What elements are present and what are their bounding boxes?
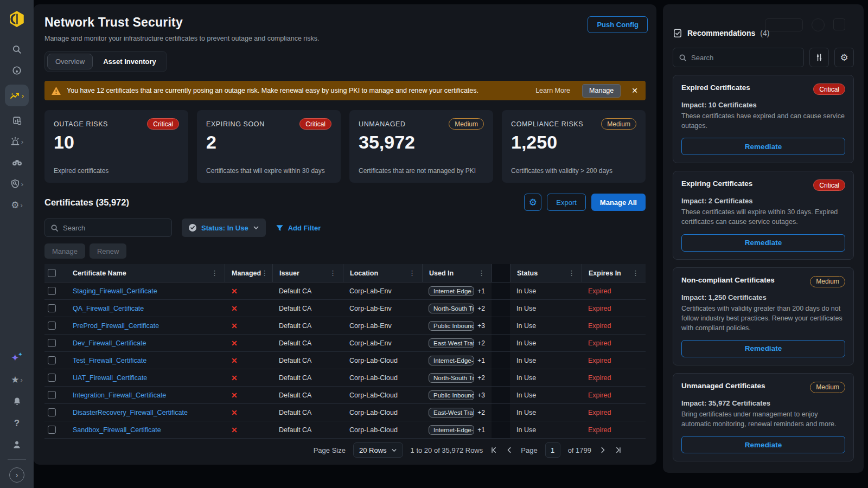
used-in-chip[interactable]: Internet-Edge-TLS xyxy=(429,286,474,296)
brand-logo-icon[interactable] xyxy=(8,10,26,28)
issuer-cell: Default CA xyxy=(272,426,343,434)
certificate-name-link[interactable]: DisasterRecovery_Firewall_Certificate xyxy=(73,409,188,416)
stat-description: Certificates that are not managed by PKI xyxy=(359,167,484,175)
row-checkbox[interactable] xyxy=(48,322,56,330)
column-menu-icon[interactable]: ⋮ xyxy=(329,269,336,277)
page-number-input[interactable] xyxy=(545,442,560,458)
used-in-more-count[interactable]: +2 xyxy=(477,305,485,312)
issuer-cell: Default CA xyxy=(272,374,343,382)
sidebar-item-profile[interactable] xyxy=(5,438,29,452)
used-in-more-count[interactable]: +1 xyxy=(477,426,485,434)
location-cell: Corp-Lab-Cloud xyxy=(343,426,422,434)
used-in-chip[interactable]: Internet-Edge-TLS xyxy=(429,425,474,435)
recommendation-title: Non-compliant Certificates xyxy=(681,276,775,284)
manage-all-button[interactable]: Manage All xyxy=(591,194,646,211)
column-menu-icon[interactable]: ⋮ xyxy=(478,269,485,277)
used-in-chip[interactable]: North-South Traf... xyxy=(429,304,474,313)
first-page-icon[interactable] xyxy=(490,446,498,454)
row-checkbox[interactable] xyxy=(48,304,56,312)
outage-risk-banner: You have 12 certificates that are curren… xyxy=(44,81,646,100)
used-in-chip[interactable]: East-West Traffic... xyxy=(429,338,474,348)
remediate-button[interactable]: Remediate xyxy=(681,138,845,155)
certificate-name-link[interactable]: UAT_Firewall_Certificate xyxy=(73,374,147,382)
used-in-chip[interactable]: East-West Traffic... xyxy=(429,408,474,418)
certificate-name-link[interactable]: Staging_Firewall_Certificate xyxy=(73,287,157,295)
column-menu-icon[interactable]: ⋮ xyxy=(632,269,639,277)
remediate-button[interactable]: Remediate xyxy=(681,436,845,453)
column-menu-icon[interactable]: ⋮ xyxy=(261,269,268,277)
sidebar-item-certificates-active[interactable]: › xyxy=(5,85,29,106)
used-in-chip[interactable]: Internet-Edge-TLS xyxy=(429,356,474,365)
sidebar-item-scan[interactable]: › xyxy=(5,177,29,191)
sidebar-item-search[interactable] xyxy=(5,42,29,56)
add-filter-button[interactable]: Add Filter xyxy=(276,224,321,232)
used-in-chip[interactable]: Public Inbound W... xyxy=(429,321,474,331)
recommendations-settings-button[interactable]: ⚙ xyxy=(834,48,854,67)
banner-manage-button[interactable]: Manage xyxy=(582,84,621,98)
certificate-name-link[interactable]: PreProd_Firewall_Certificate xyxy=(73,322,159,330)
row-checkbox[interactable] xyxy=(48,374,56,382)
recommendation-description: Bring certificates under management to e… xyxy=(681,409,845,429)
certificate-name-link[interactable]: Test_Firewall_Certificate xyxy=(73,357,146,364)
row-checkbox[interactable] xyxy=(48,408,56,416)
used-in-more-count[interactable]: +1 xyxy=(477,357,485,364)
column-menu-icon[interactable]: ⋮ xyxy=(211,269,218,277)
export-button[interactable]: Export xyxy=(547,194,586,211)
sidebar-item-discovery[interactable] xyxy=(5,156,29,170)
search-icon xyxy=(679,54,687,62)
learn-more-link[interactable]: Learn More xyxy=(535,87,570,94)
used-in-more-count[interactable]: +1 xyxy=(477,287,485,295)
used-in-more-count[interactable]: +2 xyxy=(477,409,485,416)
row-checkbox[interactable] xyxy=(48,391,56,399)
column-menu-icon[interactable]: ⋮ xyxy=(409,269,416,277)
remediate-button[interactable]: Remediate xyxy=(681,340,845,357)
recommendation-card-expired: Expired Certificates Critical Impact: 10… xyxy=(673,75,854,163)
table-row: UAT_Firewall_Certificate ✕ Default CA Co… xyxy=(44,369,646,387)
next-page-icon[interactable] xyxy=(599,446,607,454)
table-settings-button[interactable]: ⚙ xyxy=(524,194,541,211)
sidebar-expand-button[interactable]: › xyxy=(9,467,24,483)
row-checkbox[interactable] xyxy=(48,339,56,347)
filter-sliders-button[interactable] xyxy=(809,48,829,67)
tab-overview[interactable]: Overview xyxy=(47,54,93,69)
used-in-more-count[interactable]: +3 xyxy=(477,322,485,330)
close-icon[interactable]: ✕ xyxy=(631,86,638,95)
search-input[interactable] xyxy=(63,224,166,232)
sidebar-item-target[interactable] xyxy=(5,63,29,78)
sidebar-item-settings[interactable]: ⚙ › xyxy=(5,198,29,212)
sidebar-item-favorites[interactable]: ★ › xyxy=(5,373,29,387)
select-all-checkbox[interactable] xyxy=(48,269,56,277)
certificate-name-link[interactable]: Sandbox_Firewall_Certificate xyxy=(73,426,161,434)
column-menu-icon[interactable]: ⋮ xyxy=(568,269,575,277)
used-in-more-count[interactable]: +2 xyxy=(477,339,485,347)
sidebar-item-help[interactable]: ? xyxy=(5,416,29,430)
row-checkbox[interactable] xyxy=(48,426,56,434)
row-checkbox[interactable] xyxy=(48,356,56,364)
push-config-button[interactable]: Push Config xyxy=(588,16,648,33)
page-size-dropdown[interactable]: 20 Rows xyxy=(353,442,403,458)
search-input[interactable] xyxy=(691,54,798,62)
chevron-right-icon: › xyxy=(16,471,18,479)
sidebar-item-ai-assistant[interactable]: ✦ ✦ xyxy=(5,351,29,365)
row-range-label: 1 to 20 of 35,972 Rows xyxy=(411,446,483,454)
remediate-button[interactable]: Remediate xyxy=(681,234,845,252)
used-in-chip[interactable]: Public Inbound W... xyxy=(429,390,474,400)
sidebar-item-panels[interactable] xyxy=(5,113,29,127)
sidebar-item-notifications[interactable] xyxy=(5,394,29,408)
previous-page-icon[interactable] xyxy=(506,446,513,454)
sidebar-item-alerts[interactable]: › xyxy=(5,134,29,149)
used-in-more-count[interactable]: +3 xyxy=(477,391,485,399)
used-in-more-count[interactable]: +2 xyxy=(477,374,485,382)
certificate-name-link[interactable]: QA_Firewall_Certificate xyxy=(73,305,144,312)
location-cell: Corp-Lab-Env xyxy=(343,305,422,312)
row-checkbox[interactable] xyxy=(48,287,56,295)
certificate-name-link[interactable]: Dev_Firewall_Certificate xyxy=(73,339,146,347)
tab-asset-inventory[interactable]: Asset Inventory xyxy=(95,54,164,69)
bulk-renew-button[interactable]: Renew xyxy=(90,243,126,259)
last-page-icon[interactable] xyxy=(614,446,622,454)
bulk-manage-button[interactable]: Manage xyxy=(44,243,85,259)
stat-label: OUTAGE RISKS xyxy=(54,120,108,128)
used-in-chip[interactable]: North-South Traf... xyxy=(429,373,474,383)
certificate-name-link[interactable]: Integration_Firewall_Certificate xyxy=(73,391,166,399)
status-filter-chip[interactable]: Status: In Use xyxy=(182,219,266,237)
